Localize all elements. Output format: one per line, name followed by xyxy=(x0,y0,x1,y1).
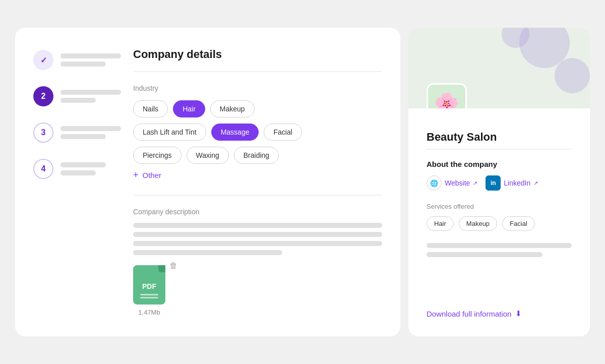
download-icon: ⬇ xyxy=(515,309,522,318)
step-1: ✓ xyxy=(33,50,121,70)
linkedin-icon: in xyxy=(486,175,501,191)
tag-lash[interactable]: Lash Lift and Tint xyxy=(133,124,206,141)
step-line xyxy=(60,134,106,139)
step-line xyxy=(60,53,121,58)
tag-facial[interactable]: Facial xyxy=(264,124,301,141)
industry-tags-row-3: Piercings Waxing Braiding xyxy=(133,147,382,164)
step-2: 2 xyxy=(33,86,121,106)
desc-line xyxy=(133,223,382,228)
linkedin-label: LinkedIn xyxy=(504,179,530,187)
desc-line xyxy=(133,250,282,255)
service-tag-hair: Hair xyxy=(427,216,454,231)
form-content: Company details Industry Nails Hair Make… xyxy=(133,48,382,316)
info-line xyxy=(427,252,542,257)
tag-braiding[interactable]: Braiding xyxy=(234,147,279,164)
other-label: Other xyxy=(143,171,162,179)
pdf-corner xyxy=(158,265,165,272)
about-title: About the company xyxy=(427,160,572,168)
pdf-file: PDF 🗑 xyxy=(133,265,165,305)
page-title: Company details xyxy=(133,48,382,61)
service-tag-facial: Facial xyxy=(502,216,535,231)
step-line xyxy=(60,90,121,95)
pdf-label: PDF xyxy=(142,282,156,290)
services-title: Services offered xyxy=(427,203,572,210)
industry-tags-row-2: Lash Lift and Tint Massage Facial xyxy=(133,124,382,141)
tag-makeup[interactable]: Makeup xyxy=(210,100,255,117)
tag-nails[interactable]: Nails xyxy=(133,100,168,117)
pdf-size: 1.47Mb xyxy=(138,309,160,316)
step-line xyxy=(60,170,96,175)
industry-tags-row-1: Nails Hair Makeup xyxy=(133,100,382,117)
step-3: 3 xyxy=(33,123,121,143)
tag-piercings[interactable]: Piercings xyxy=(133,147,182,164)
delete-pdf-icon[interactable]: 🗑 xyxy=(169,261,177,270)
website-link[interactable]: 🌐 Website ↗ xyxy=(427,175,477,191)
step-2-circle: 2 xyxy=(33,86,53,106)
website-icon: 🌐 xyxy=(427,175,442,191)
plus-icon: + xyxy=(133,170,139,180)
services-tags: Hair Makeup Facial xyxy=(427,216,572,231)
tag-massage[interactable]: Massage xyxy=(211,124,259,141)
pdf-line xyxy=(140,294,158,295)
external-link-icon: ↗ xyxy=(473,180,477,187)
step-1-lines xyxy=(60,53,121,67)
industry-label: Industry xyxy=(133,84,382,92)
step-3-lines xyxy=(60,126,121,139)
website-label: Website xyxy=(445,179,470,187)
step-4-circle: 4 xyxy=(33,159,53,179)
external-link-icon-2: ↗ xyxy=(533,180,538,187)
description-placeholder xyxy=(133,223,382,255)
pdf-line xyxy=(140,297,158,298)
step-1-circle: ✓ xyxy=(33,50,53,70)
step-line xyxy=(60,98,96,103)
company-logo: 🌸 xyxy=(427,83,467,108)
main-container: ✓ 2 3 4 xyxy=(15,28,590,336)
download-link[interactable]: Download full information ⬇ xyxy=(427,309,572,318)
service-tag-makeup: Makeup xyxy=(459,216,497,231)
company-name: Beauty Salon xyxy=(427,131,572,144)
step-line xyxy=(60,162,106,167)
right-panel: 🌸 Beauty Salon About the company 🌐 Websi… xyxy=(408,28,590,336)
pdf-icon: PDF xyxy=(133,265,165,305)
description-label: Company description xyxy=(133,208,382,216)
desc-line xyxy=(133,232,382,237)
info-line xyxy=(427,243,572,248)
tag-hair[interactable]: Hair xyxy=(173,100,205,117)
name-divider xyxy=(427,149,572,150)
pdf-lines xyxy=(140,294,158,298)
description-divider xyxy=(133,195,382,196)
pdf-upload-area: PDF 🗑 1.47Mb xyxy=(133,265,382,316)
section-divider xyxy=(133,71,382,72)
company-info-placeholder xyxy=(427,243,572,257)
step-4-lines xyxy=(60,162,106,175)
stepper: ✓ 2 3 4 xyxy=(33,48,121,316)
download-label: Download full information xyxy=(427,310,511,318)
left-panel: ✓ 2 3 4 xyxy=(15,28,400,336)
tag-waxing[interactable]: Waxing xyxy=(187,147,229,164)
step-3-circle: 3 xyxy=(33,123,53,143)
company-body: Beauty Salon About the company 🌐 Website… xyxy=(408,108,590,336)
step-line xyxy=(60,62,106,67)
other-option[interactable]: + Other xyxy=(133,170,382,180)
linkedin-link[interactable]: in LinkedIn ↗ xyxy=(486,175,538,191)
company-header-bg: 🌸 xyxy=(408,28,590,108)
step-2-lines xyxy=(60,90,121,103)
step-4: 4 xyxy=(33,159,121,179)
company-links: 🌐 Website ↗ in LinkedIn ↗ xyxy=(427,175,572,191)
desc-line xyxy=(133,241,382,246)
step-line xyxy=(60,126,121,131)
decoration-circle-2 xyxy=(555,58,590,93)
